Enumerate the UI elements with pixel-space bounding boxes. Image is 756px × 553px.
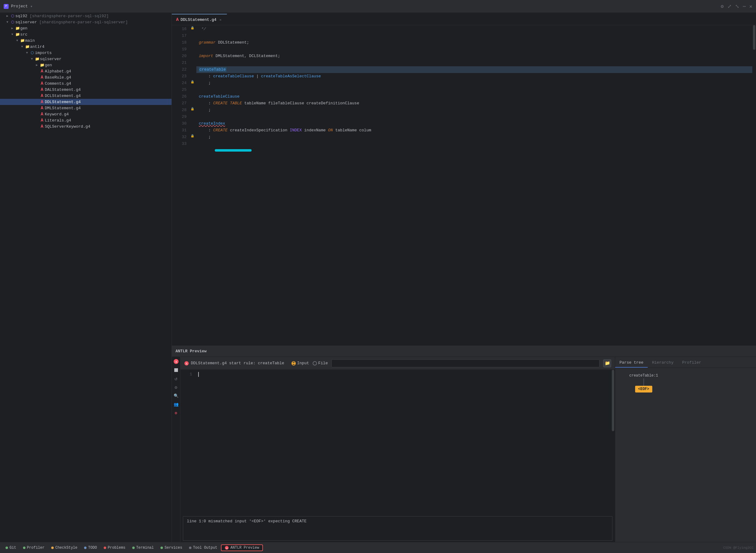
bottom-btn-git[interactable]: Git bbox=[2, 544, 19, 551]
code-line-27: : CREATE TABLE tableName fileTableClause… bbox=[196, 100, 752, 107]
radio-input-label: Input bbox=[297, 361, 309, 366]
label-sqlserver: sqlserver [shardingsphere-parser-sql-sql… bbox=[15, 20, 128, 24]
tab-parse-tree-label: Parse tree bbox=[619, 360, 644, 365]
antlr-search-icon[interactable]: 🔍 bbox=[173, 393, 179, 399]
antlr-scroll-thumb bbox=[612, 370, 614, 431]
folder-icon-antlr4: 📁 bbox=[24, 44, 30, 49]
sidebar: ▶ ⬡ sql92 [shardingsphere-parser-sql-sql… bbox=[0, 13, 172, 542]
antlr-profiler-icon[interactable]: ⚙ bbox=[173, 384, 179, 391]
antlr-people-icon[interactable]: 👥 bbox=[173, 401, 179, 408]
sidebar-item-dalstatement[interactable]: A DALStatement.g4 bbox=[0, 87, 171, 93]
label-dmlstatement: DMLStatement.g4 bbox=[45, 106, 81, 110]
radio-file[interactable]: File bbox=[313, 361, 328, 366]
bottom-btn-tooloutput[interactable]: Tool Output bbox=[186, 544, 220, 551]
sidebar-item-src[interactable]: ▼ 📁 src bbox=[0, 31, 171, 37]
gutter-23 bbox=[190, 73, 196, 80]
label-dclstatement: DCLStatement.g4 bbox=[45, 94, 81, 98]
sidebar-item-keyword[interactable]: A Keyword.g4 bbox=[0, 111, 171, 117]
sidebar-item-alphabet[interactable]: A Alphabet.g4 bbox=[0, 68, 171, 74]
tab-ddlstatement[interactable]: A DDLStatement.g4 ✕ bbox=[172, 14, 227, 25]
antlr-panel-body: A ↺ ⚙ 🔍 👥 ⚙ bbox=[172, 357, 756, 542]
more-icon[interactable]: ⋯ bbox=[743, 3, 746, 9]
code-line-22: createTable bbox=[196, 66, 752, 73]
tab-parse-tree[interactable]: Parse tree bbox=[615, 358, 648, 368]
antlr-stop-icon[interactable] bbox=[173, 367, 179, 374]
antlr-run-icon[interactable]: A bbox=[173, 358, 179, 365]
sidebar-item-dclstatement[interactable]: A DCLStatement.g4 bbox=[0, 93, 171, 99]
code-line-21 bbox=[196, 60, 752, 66]
profiler-dot bbox=[23, 547, 25, 549]
code-line-28: ; bbox=[196, 107, 752, 113]
code-line-31: : CREATE createIndexSpecification INDEX … bbox=[196, 127, 752, 134]
bottom-btn-antlrpreview[interactable]: A ANTLR Preview bbox=[221, 544, 263, 551]
antlr-panel-title: ANTLR Preview bbox=[175, 349, 206, 353]
bottom-btn-checkstyle[interactable]: CheckStyle bbox=[48, 544, 80, 551]
antlr-settings-icon[interactable]: ⚙ bbox=[173, 410, 179, 416]
error-panel: line 1:0 mismatched input '<EOF>' expect… bbox=[183, 516, 612, 541]
parse-tree-tabs: Parse tree Hierarchy Profiler bbox=[615, 357, 756, 368]
bottom-btn-terminal[interactable]: Terminal bbox=[129, 544, 157, 551]
bottom-btn-services[interactable]: Services bbox=[157, 544, 185, 551]
bottom-btn-profiler[interactable]: Profiler bbox=[20, 544, 48, 551]
gutter-27 bbox=[190, 100, 196, 107]
g4-icon-baserule: A bbox=[39, 75, 45, 80]
svg-text:A: A bbox=[175, 360, 177, 363]
antlr-code-editor[interactable] bbox=[196, 370, 611, 515]
gutter-19 bbox=[190, 46, 196, 53]
expand-icon[interactable]: ⤢ bbox=[728, 3, 732, 9]
settings-icon[interactable]: ⚙ bbox=[721, 3, 724, 9]
antlr-left-icons: A ↺ ⚙ 🔍 👥 ⚙ bbox=[172, 357, 180, 542]
antlr-vertical-scrollbar[interactable] bbox=[611, 370, 615, 515]
label-main: main bbox=[25, 38, 35, 43]
close-icon[interactable]: ✕ bbox=[749, 3, 752, 9]
sidebar-item-gen[interactable]: ▶ 📁 gen bbox=[0, 25, 171, 31]
sidebar-item-sqlserver[interactable]: ▼ ⬡ sqlserver [shardingsphere-parser-sql… bbox=[0, 19, 171, 25]
sidebar-item-baserule[interactable]: A BaseRule.g4 bbox=[0, 74, 171, 80]
code-line-20: import DMLStatement, DCLStatement; bbox=[196, 53, 752, 60]
sidebar-item-sqlserver2[interactable]: ▼ 📁 sqlserver bbox=[0, 56, 171, 62]
sidebar-item-sqlserverkeyword[interactable]: A SQLServerKeyword.g4 bbox=[0, 124, 171, 130]
tooloutput-label: Tool Output bbox=[193, 546, 217, 550]
code-content[interactable]: */ grammar DDLStatement; import DMLState… bbox=[196, 25, 752, 345]
dropdown-icon[interactable]: ▾ bbox=[30, 4, 33, 9]
code-line-23: : createTableClause | createTableAsSelec… bbox=[196, 73, 752, 80]
minimize-icon[interactable]: ⤡ bbox=[735, 3, 739, 9]
tab-hierarchy[interactable]: Hierarchy bbox=[648, 358, 678, 368]
editor-scrollbar[interactable] bbox=[752, 25, 756, 345]
sidebar-item-ddlstatement[interactable]: A DDLStatement.g4 bbox=[0, 99, 171, 105]
code-line-16: */ bbox=[196, 26, 752, 32]
antlr-rerun-icon[interactable]: ↺ bbox=[173, 375, 179, 382]
sidebar-item-main[interactable]: ▼ 📁 main bbox=[0, 37, 171, 44]
watermark: CSDN @Flying2CC bbox=[723, 546, 754, 550]
folder-icon-src: 📁 bbox=[15, 32, 20, 37]
antlr-folder-button[interactable]: 📁 bbox=[603, 360, 611, 367]
svg-text:A: A bbox=[186, 363, 187, 365]
gutter-31 bbox=[190, 127, 196, 134]
label-baserule: BaseRule.g4 bbox=[45, 75, 71, 80]
code-line-24: ; bbox=[196, 80, 752, 87]
g4-icon-dalstatement: A bbox=[39, 87, 45, 92]
horiz-scroll[interactable] bbox=[196, 149, 752, 152]
antlrpreview-label: ANTLR Preview bbox=[231, 546, 259, 550]
tab-close-ddlstatement[interactable]: ✕ bbox=[218, 17, 223, 22]
sidebar-item-sql92[interactable]: ▶ ⬡ sql92 [shardingsphere-parser-sql-sql… bbox=[0, 13, 171, 19]
sidebar-item-comments[interactable]: A Comments.g4 bbox=[0, 80, 171, 87]
sidebar-item-imports[interactable]: ▼ ⬡ imports bbox=[0, 50, 171, 56]
antlr-cursor bbox=[198, 372, 199, 377]
tree-connector bbox=[644, 378, 644, 386]
sidebar-item-antlr4[interactable]: ▼ 📁 antlr4 bbox=[0, 44, 171, 50]
bottom-btn-problems[interactable]: Problems bbox=[101, 544, 129, 551]
antlr-input-radio-group: Input File bbox=[291, 361, 328, 366]
todo-label: TODO bbox=[88, 546, 97, 550]
sidebar-item-dmlstatement[interactable]: A DMLStatement.g4 bbox=[0, 105, 171, 111]
gutter-33 bbox=[190, 141, 196, 147]
sidebar-item-gen2[interactable]: ▶ 📁 gen bbox=[0, 62, 171, 68]
gutter-16: 🔒 bbox=[190, 26, 196, 32]
git-dot bbox=[6, 547, 8, 549]
sidebar-item-literals[interactable]: A Literals.g4 bbox=[0, 117, 171, 124]
bottom-btn-todo[interactable]: TODO bbox=[81, 544, 100, 551]
radio-input[interactable]: Input bbox=[291, 361, 309, 366]
arrow-keyword bbox=[34, 112, 39, 116]
tab-profiler[interactable]: Profiler bbox=[678, 358, 705, 368]
gutter-28: 🔒 bbox=[190, 107, 196, 113]
